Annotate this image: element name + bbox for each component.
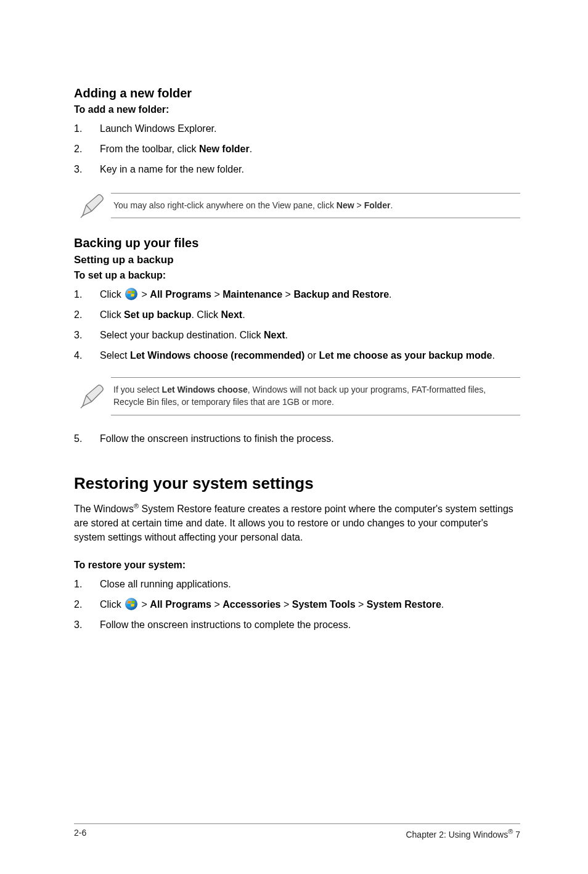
bold-text: Let Windows choose	[162, 385, 248, 394]
list-item: 2. From the toolbar, click New folder.	[74, 142, 520, 156]
separator: >	[214, 599, 219, 610]
text-fragment: .	[242, 309, 245, 320]
registered-symbol: ®	[134, 502, 139, 510]
text-fragment: Chapter 2: Using Windows	[406, 830, 508, 839]
subheading-add-folder: To add a new folder:	[74, 104, 520, 115]
list-item: 3. Follow the onscreen instructions to c…	[74, 618, 520, 632]
text-fragment: Select	[100, 350, 130, 361]
step-number: 1.	[74, 121, 100, 136]
step-number: 3.	[74, 328, 100, 342]
bold-text: System Tools	[292, 599, 356, 610]
separator: >	[284, 599, 289, 610]
bold-text: All Programs	[150, 289, 211, 300]
step-number: 4.	[74, 348, 100, 362]
page-footer: 2-6 Chapter 2: Using Windows® 7	[74, 823, 520, 839]
bold-text: All Programs	[150, 599, 211, 610]
steps-backup-continued: 5. Follow the onscreen instructions to f…	[74, 431, 520, 446]
step-number: 3.	[74, 162, 100, 176]
list-item: 4. Select Let Windows choose (recommende…	[74, 348, 520, 362]
note-text: You may also right-click anywhere on the…	[111, 193, 520, 219]
bold-text: Folder	[364, 200, 391, 210]
text-fragment: .	[390, 200, 393, 210]
note-block: You may also right-click anywhere on the…	[74, 192, 520, 220]
bold-text: New folder	[199, 144, 250, 154]
step-text: Close all running applications.	[100, 577, 520, 591]
step-number: 5.	[74, 431, 100, 446]
text-fragment: Click	[100, 599, 124, 610]
pencil-icon	[74, 382, 111, 410]
text-fragment: >	[354, 200, 364, 210]
text-fragment: or	[304, 350, 319, 361]
list-item: 5. Follow the onscreen instructions to f…	[74, 431, 520, 446]
text-fragment: From the toolbar, click	[100, 144, 199, 154]
step-text: Launch Windows Explorer.	[100, 121, 520, 136]
page-number: 2-6	[74, 828, 86, 839]
text-fragment: The Windows	[74, 504, 134, 514]
step-number: 1.	[74, 577, 100, 591]
bold-text: Next	[221, 309, 242, 320]
step-number: 1.	[74, 287, 100, 301]
list-item: 3. Select your backup destination. Click…	[74, 328, 520, 342]
separator: >	[142, 289, 147, 300]
pencil-icon	[74, 192, 111, 220]
step-text: Click > All Programs > Maintenance > Bac…	[100, 287, 520, 301]
list-item: 2. Click Set up backup. Click Next.	[74, 308, 520, 322]
step-number: 2.	[74, 597, 100, 611]
heading-restoring: Restoring your system settings	[74, 474, 520, 493]
list-item: 1. Click > All Programs > Maintenance > …	[74, 287, 520, 301]
list-item: 1. Launch Windows Explorer.	[74, 121, 520, 136]
bold-text: Set up backup	[124, 309, 191, 320]
text-fragment: 7	[513, 830, 520, 839]
bold-text: Next	[264, 330, 285, 340]
subheading-setting-up-backup: Setting up a backup	[74, 254, 520, 266]
steps-add-folder: 1. Launch Windows Explorer. 2. From the …	[74, 121, 520, 177]
note-text: If you select Let Windows choose, Window…	[111, 377, 520, 415]
step-text: Select Let Windows choose (recommended) …	[100, 348, 520, 362]
bold-text: Accessories	[223, 599, 280, 610]
bold-text: New	[337, 200, 354, 210]
bold-text: Maintenance	[223, 289, 282, 300]
text-fragment: If you select	[113, 385, 162, 394]
step-number: 2.	[74, 308, 100, 322]
step-text: Click > All Programs > Accessories > Sys…	[100, 597, 520, 611]
windows-start-icon	[125, 288, 137, 300]
text-fragment: . Click	[191, 309, 221, 320]
windows-start-icon	[125, 598, 137, 610]
bold-text: System Restore	[367, 599, 441, 610]
note-block: If you select Let Windows choose, Window…	[74, 377, 520, 415]
bold-text: Let me choose as your backup mode	[319, 350, 492, 361]
separator: >	[358, 599, 364, 610]
text-fragment: .	[285, 330, 288, 340]
separator: >	[285, 289, 291, 300]
step-text: Follow the onscreen instructions to comp…	[100, 618, 520, 632]
bold-text: Backup and Restore	[293, 289, 389, 300]
step-number: 3.	[74, 618, 100, 632]
paragraph-restore-intro: The Windows® System Restore feature crea…	[74, 502, 520, 545]
list-item: 1. Close all running applications.	[74, 577, 520, 591]
step-number: 2.	[74, 142, 100, 156]
text-fragment: .	[492, 350, 494, 361]
text-fragment: You may also right-click anywhere on the…	[113, 200, 337, 210]
step-text: From the toolbar, click New folder.	[100, 142, 520, 156]
label-to-set-up-backup: To set up a backup:	[74, 270, 520, 281]
text-fragment: Select your backup destination. Click	[100, 330, 264, 340]
text-fragment: .	[250, 144, 252, 154]
steps-backup: 1. Click > All Programs > Maintenance > …	[74, 287, 520, 363]
label-to-restore-system: To restore your system:	[74, 560, 520, 571]
steps-restore: 1. Close all running applications. 2. Cl…	[74, 577, 520, 632]
step-text: Click Set up backup. Click Next.	[100, 308, 520, 322]
bold-text: Let Windows choose (recommended)	[130, 350, 304, 361]
text-fragment: System Restore feature creates a restore…	[74, 504, 513, 542]
document-page: Adding a new folder To add a new folder:…	[0, 0, 588, 874]
step-text: Key in a name for the new folder.	[100, 162, 520, 176]
separator: >	[214, 289, 219, 300]
list-item: 3. Key in a name for the new folder.	[74, 162, 520, 176]
text-fragment: Click	[100, 309, 124, 320]
step-text: Select your backup destination. Click Ne…	[100, 328, 520, 342]
text-fragment: Click	[100, 289, 124, 300]
heading-backing-up: Backing up your files	[74, 236, 520, 250]
chapter-label: Chapter 2: Using Windows® 7	[406, 828, 520, 839]
heading-adding-folder: Adding a new folder	[74, 86, 520, 100]
separator: >	[142, 599, 147, 610]
list-item: 2. Click > All Programs > Accessories > …	[74, 597, 520, 611]
